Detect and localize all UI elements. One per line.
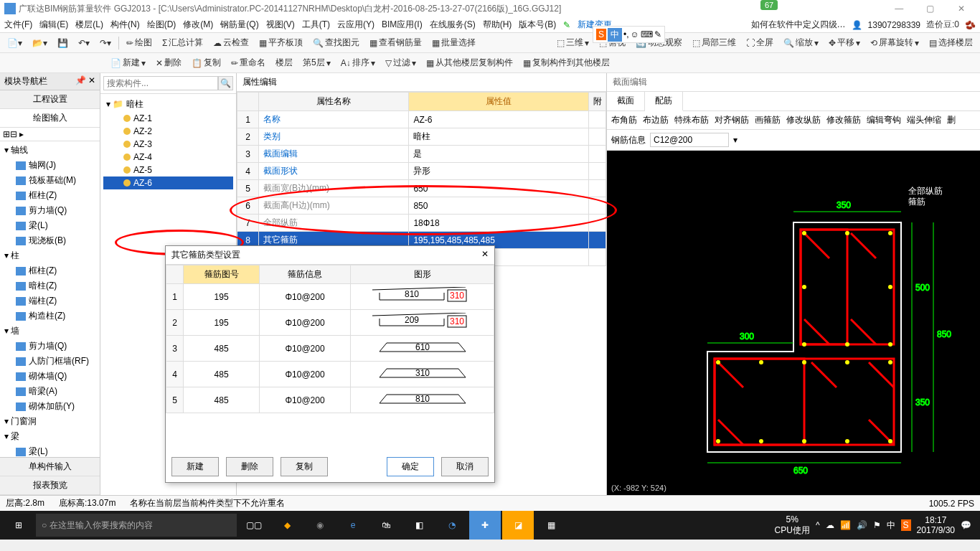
section-tool[interactable]: 修改纵筋 <box>786 114 821 126</box>
app-4[interactable]: ◔ <box>436 511 468 540</box>
menu-bim[interactable]: BIM应用(I) <box>382 19 423 31</box>
tree-leaf[interactable]: AZ-5 <box>103 164 233 176</box>
nav-group[interactable]: ▾ 门窗洞 <box>1 414 98 429</box>
nav-group[interactable]: ▾ 梁 <box>1 429 98 444</box>
search-button[interactable]: 🔍 <box>218 76 233 90</box>
ime-settings-icon[interactable]: ✎ <box>654 29 661 39</box>
tray-date[interactable]: 2017/9/30 <box>917 525 955 535</box>
nav-pin-icon[interactable]: 📌 ✕ <box>75 75 95 88</box>
menu-file[interactable]: 文件(F) <box>4 19 32 31</box>
tray-sogou-icon[interactable]: S <box>901 519 911 531</box>
fullscreen-button[interactable]: ⛶ 全屏 <box>743 35 776 50</box>
nav-item[interactable]: 砌体墙(Q) <box>1 369 98 384</box>
dlg-row[interactable]: 1195Φ10@200810310 <box>166 284 494 310</box>
nav-group[interactable]: ▾ 轴线 <box>1 143 98 158</box>
delete-button[interactable]: ✕ 删除 <box>153 55 184 70</box>
undo-button[interactable]: ↶▾ <box>75 37 93 50</box>
nav-item[interactable]: 砌体加筋(Y) <box>1 399 98 414</box>
sort-button[interactable]: A↓ 排序▾ <box>338 55 378 70</box>
nav-item[interactable]: 框柱(Z) <box>1 263 98 278</box>
nav-item[interactable]: 暗梁(A) <box>1 384 98 399</box>
section-canvas[interactable]: 350 500 350 850 300 650 <box>607 151 980 495</box>
nav-item[interactable]: 构造柱(Z) <box>1 309 98 324</box>
app-3[interactable]: ◧ <box>403 511 435 540</box>
section-tool[interactable]: 画箍筋 <box>755 114 781 126</box>
copy-button[interactable]: 📋 复制 <box>189 55 224 70</box>
section-tool[interactable]: 布边筋 <box>643 114 669 126</box>
close-button[interactable]: ✕ <box>947 4 976 14</box>
properties-table[interactable]: 属性名称 属性值 附 1名称AZ-62类别暗柱3截面编辑是4截面形状异形5截面宽… <box>237 92 606 266</box>
nav-tree[interactable]: ▾ 轴线轴网(J)筏板基础(M)框柱(Z)剪力墙(Q)梁(L)现浇板(B)▾ 柱… <box>0 141 100 457</box>
search-input[interactable] <box>103 76 218 90</box>
nav-tab-project[interactable]: 工程设置 <box>0 90 100 109</box>
help-link[interactable]: 如何在软件中定义四级… <box>751 19 846 31</box>
create-button[interactable]: 📄 新建▾ <box>108 55 149 70</box>
prop-row[interactable]: 4截面形状异形 <box>237 163 606 180</box>
menu-online[interactable]: 在线服务(S) <box>430 19 476 31</box>
taskview-icon[interactable]: ▢▢ <box>238 511 270 540</box>
dlg-new-button[interactable]: 新建 <box>171 457 219 476</box>
tray-time[interactable]: 18:17 <box>917 515 955 525</box>
app-6[interactable]: ◪ <box>502 511 534 540</box>
prop-row[interactable]: 3截面编辑是 <box>237 146 606 163</box>
section-tool[interactable]: 布角筋 <box>611 114 637 126</box>
menu-rebar[interactable]: 钢筋量(Q) <box>220 19 258 31</box>
nav-item[interactable]: 剪力墙(Q) <box>1 203 98 218</box>
menu-cloud[interactable]: 云应用(Y) <box>337 19 374 31</box>
ime-keyboard-icon[interactable]: ⌨ <box>641 29 653 39</box>
prop-row[interactable]: 1名称AZ-6 <box>237 111 606 128</box>
nav-item[interactable]: 框柱(Z) <box>1 188 98 203</box>
dlg-row[interactable]: 4485Φ10@200310 <box>166 362 494 387</box>
dlg-row[interactable]: 2195Φ10@200209310 <box>166 310 494 336</box>
tray-notifications-icon[interactable]: 💬 <box>961 520 971 530</box>
nav-item[interactable]: 端柱(Z) <box>1 293 98 309</box>
menu-draw[interactable]: 绘图(D) <box>147 19 176 31</box>
dlg-ok-button[interactable]: 确定 <box>387 457 434 476</box>
nav-report[interactable]: 报表预览 <box>0 476 100 495</box>
rebar-dropdown-icon[interactable]: ▾ <box>733 135 738 145</box>
tree-leaf[interactable]: AZ-3 <box>103 138 233 151</box>
tray-volume-icon[interactable]: 🔊 <box>857 520 867 530</box>
prop-row[interactable]: 7全部纵筋18Φ18 <box>237 215 606 232</box>
copy-to-floor-button[interactable]: ▦ 复制构件到其他楼层 <box>520 55 613 70</box>
tray-wifi-icon[interactable]: 📶 <box>840 520 851 530</box>
app-5[interactable]: ✚ <box>469 511 501 540</box>
prop-row[interactable]: 5截面宽(B边)(mm)650 <box>237 180 606 197</box>
tray-up-icon[interactable]: ^ <box>816 520 820 530</box>
filter-button[interactable]: ▽ 过滤▾ <box>382 55 419 70</box>
zoom-button[interactable]: 🔍 缩放▾ <box>781 35 821 50</box>
menu-component[interactable]: 构件(N) <box>110 19 140 31</box>
nav-group[interactable]: ▾ 柱 <box>1 248 98 263</box>
dlg-cancel-button[interactable]: 取消 <box>441 457 489 476</box>
nav-item[interactable]: 梁(L) <box>1 444 98 457</box>
app-2[interactable]: ◉ <box>304 511 336 540</box>
nav-item[interactable]: 现浇板(B) <box>1 233 98 248</box>
nav-item[interactable]: 人防门框墙(RF) <box>1 354 98 369</box>
tab-rebar[interactable]: 配筋 <box>645 92 683 111</box>
ime-bar[interactable]: S 中 •, ☺ ⌨ ✎ <box>593 26 665 43</box>
maximize-button[interactable]: ▢ <box>916 4 945 14</box>
nav-item[interactable]: 梁(L) <box>1 218 98 233</box>
tree-leaf[interactable]: AZ-2 <box>103 125 233 138</box>
tray-flag-icon[interactable]: ⚑ <box>873 520 881 530</box>
menu-modify[interactable]: 修改(M) <box>183 19 213 31</box>
tab-section[interactable]: 截面 <box>607 92 645 110</box>
menu-version[interactable]: 版本号(B) <box>519 19 556 31</box>
save-button[interactable]: 💾 <box>55 37 71 50</box>
dialog-close-icon[interactable]: ✕ <box>481 249 489 261</box>
section-tool[interactable]: 对齐钢筋 <box>715 114 749 126</box>
rename-button[interactable]: ✏ 重命名 <box>228 55 268 70</box>
menu-help[interactable]: 帮助(H) <box>483 19 512 31</box>
dlg-row[interactable]: 3485Φ10@200610 <box>166 336 494 362</box>
menu-edit[interactable]: 编辑(E) <box>39 19 68 31</box>
nav-tab-draw[interactable]: 绘图输入 <box>0 109 100 128</box>
copy-from-floor-button[interactable]: ▦ 从其他楼层复制构件 <box>423 55 516 70</box>
dlg-delete-button[interactable]: 删除 <box>226 457 273 476</box>
nav-item[interactable]: 轴网(J) <box>1 158 98 173</box>
ime-emoji-icon[interactable]: ☺ <box>631 29 639 39</box>
minimize-button[interactable]: — <box>885 4 913 14</box>
batch-select-button[interactable]: ▦ 批量选择 <box>429 35 479 50</box>
tree-leaf[interactable]: AZ-1 <box>103 112 233 125</box>
tree-root[interactable]: ▾ 📁 暗柱 <box>103 97 233 112</box>
open-file-button[interactable]: 📂▾ <box>29 37 50 50</box>
